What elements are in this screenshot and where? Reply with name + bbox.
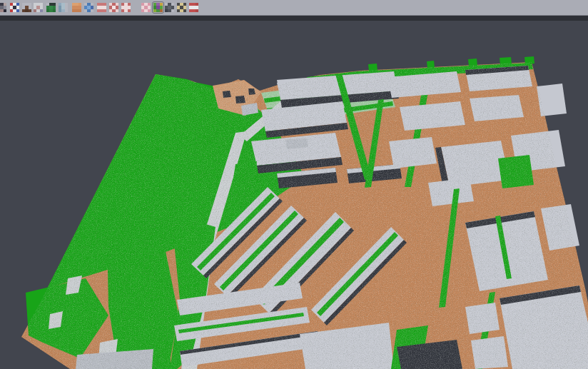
vegetation-model-icon[interactable] <box>46 3 56 12</box>
application-window <box>0 0 588 369</box>
noise-overlay-dark <box>0 50 588 369</box>
viewport-canvas[interactable] <box>0 0 588 369</box>
globe-view-icon[interactable] <box>84 3 93 12</box>
sparse-points-icon[interactable] <box>34 3 43 12</box>
settings-ring-icon[interactable] <box>109 3 118 12</box>
zoom-extents-icon[interactable] <box>121 3 131 12</box>
viewport-3d[interactable] <box>0 0 588 369</box>
ortho-image-icon[interactable] <box>72 3 81 12</box>
sphere-render-icon[interactable] <box>165 3 174 12</box>
clear-selection-icon[interactable] <box>177 3 186 12</box>
layers-icon[interactable] <box>97 3 106 12</box>
red-bars-icon[interactable] <box>189 3 198 12</box>
window-band <box>0 16 588 21</box>
profile-tool-icon[interactable] <box>59 3 68 12</box>
point-classes-icon[interactable] <box>10 3 19 12</box>
terrain-model-icon[interactable] <box>22 3 31 12</box>
grid-overlay-icon[interactable] <box>141 3 151 12</box>
toolbar <box>0 0 588 16</box>
texture-tool-icon[interactable] <box>0 3 6 12</box>
classification-view-icon[interactable] <box>153 3 163 12</box>
